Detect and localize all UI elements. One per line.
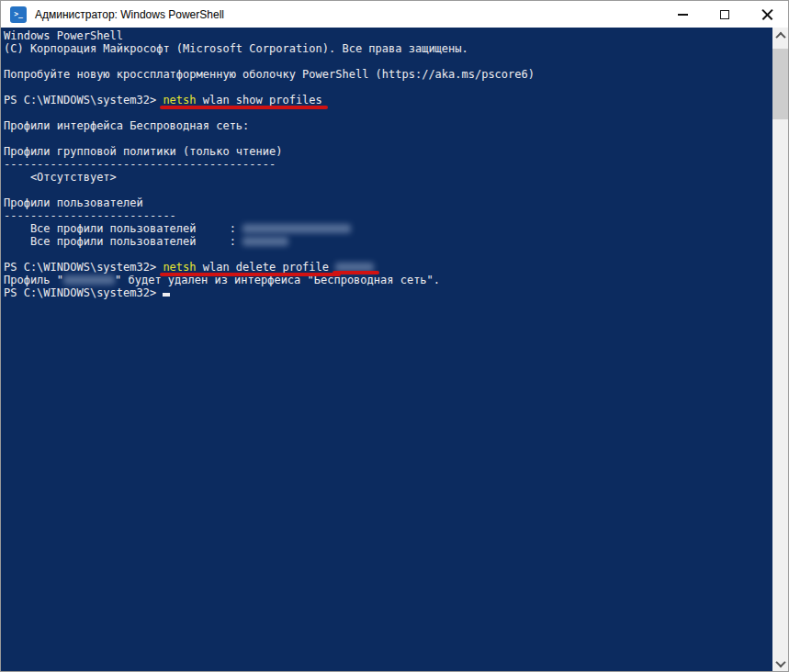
terminal-line — [4, 106, 772, 119]
terminal-line: Профили пользователей — [4, 196, 772, 209]
text-cursor — [163, 293, 170, 297]
terminal-text: ----------------------------------------… — [4, 158, 276, 171]
terminal-line: -------------------------- — [4, 209, 772, 222]
close-icon — [761, 8, 773, 20]
terminal-text: (C) Корпорация Майкрософт (Microsoft Cor… — [4, 42, 468, 55]
command-args: wlan delete profile — [197, 261, 336, 274]
terminal-text: Профили интерфейса Беспроводная сеть: — [4, 119, 249, 132]
terminal-line: PS C:\WINDOWS\system32> — [4, 286, 772, 299]
command-args: wlan show profiles — [197, 94, 322, 106]
terminal-text: Профили пользователей — [4, 196, 143, 209]
prompt: PS C:\WINDOWS\system32> — [4, 94, 163, 106]
terminal-line: PS C:\WINDOWS\system32> netsh wlan show … — [4, 94, 772, 106]
terminal-line: Все профили пользователей : — [4, 222, 772, 235]
prompt: PS C:\WINDOWS\system32> — [4, 286, 163, 299]
scrollbar-thumb[interactable] — [772, 49, 788, 119]
redacted-profile-name-4 — [63, 275, 115, 285]
chevron-down-icon — [775, 656, 785, 666]
terminal-text: Профили групповой политики (только чтени… — [4, 145, 282, 158]
maximize-button[interactable] — [704, 1, 746, 28]
powershell-window: >_ Администратор: Windows PowerShell Win… — [0, 0, 789, 672]
terminal-line: Профиль "" будет удален из интерфейса "Б… — [4, 274, 772, 286]
minimize-button[interactable] — [661, 1, 704, 28]
command-netsh: netsh — [163, 261, 196, 274]
terminal-text: Все профили пользователей : — [4, 235, 242, 248]
maximize-icon — [720, 10, 729, 19]
terminal-text: -------------------------- — [4, 209, 176, 222]
terminal-line — [4, 55, 772, 68]
window-title: Администратор: Windows PowerShell — [35, 8, 224, 21]
scrollbar-up-button[interactable] — [772, 28, 788, 43]
chevron-up-icon — [775, 31, 785, 41]
title-bar[interactable]: >_ Администратор: Windows PowerShell — [1, 1, 788, 28]
redacted-profile-name-1 — [242, 224, 351, 233]
terminal-text: Все профили пользователей : — [4, 222, 242, 235]
terminal-line: <Отсутствует> — [4, 171, 772, 184]
scrollbar-down-button[interactable] — [772, 655, 788, 671]
redacted-profile-name-3 — [335, 263, 374, 272]
terminal-text: <Отсутствует> — [4, 171, 117, 184]
terminal-line: ----------------------------------------… — [4, 158, 772, 171]
terminal-output[interactable]: Windows PowerShell(C) Корпорация Майкрос… — [1, 28, 772, 671]
redacted-profile-name-2 — [242, 237, 288, 246]
scrollbar[interactable] — [772, 28, 788, 671]
powershell-icon: >_ — [10, 6, 27, 23]
terminal-line: Профили групповой политики (только чтени… — [4, 145, 772, 158]
terminal-line — [4, 132, 772, 145]
terminal-text: Windows PowerShell — [4, 29, 123, 42]
close-button[interactable] — [746, 1, 788, 28]
terminal-line — [4, 184, 772, 196]
terminal-line: Все профили пользователей : — [4, 235, 772, 248]
terminal-line: Профили интерфейса Беспроводная сеть: — [4, 119, 772, 132]
terminal-text: Попробуйте новую кроссплатформенную обол… — [4, 68, 535, 81]
terminal-line: Windows PowerShell — [4, 29, 772, 42]
minimize-icon — [678, 14, 688, 16]
terminal-line — [4, 81, 772, 94]
terminal-line: PS C:\WINDOWS\system32> netsh wlan delet… — [4, 261, 772, 274]
prompt: PS C:\WINDOWS\system32> — [4, 261, 163, 274]
terminal-line — [4, 248, 772, 261]
terminal-line: Попробуйте новую кроссплатформенную обол… — [4, 68, 772, 81]
terminal-text: Профиль " — [4, 274, 63, 286]
window-controls — [661, 1, 788, 28]
command-netsh: netsh — [163, 94, 196, 106]
terminal-line: (C) Корпорация Майкрософт (Microsoft Cor… — [4, 42, 772, 55]
